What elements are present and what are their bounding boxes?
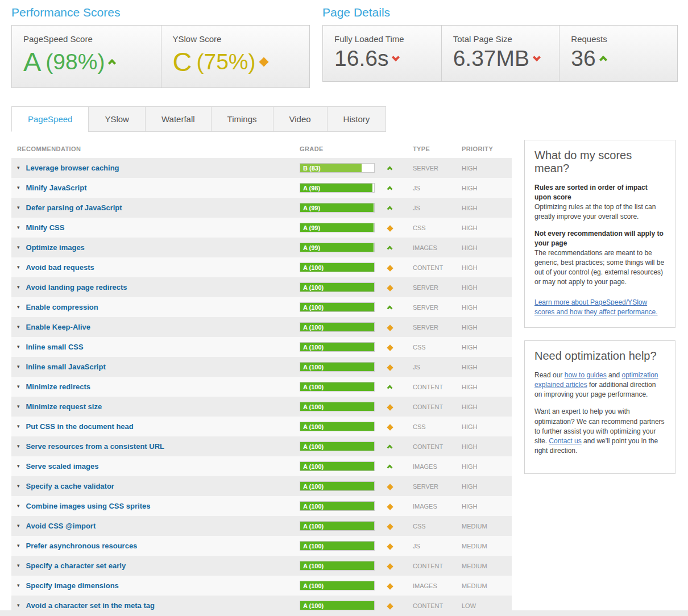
- yslow-score-metric: YSlow Score C(75%): [161, 26, 310, 88]
- tab-waterfall[interactable]: Waterfall: [145, 106, 212, 132]
- recommendations-table-body: ▾Leverage browser cachingB (83)SERVERHIG…: [11, 158, 512, 615]
- row-expand-toggle[interactable]: ▾: [17, 265, 20, 270]
- recommendation-link[interactable]: Specify a character set early: [26, 561, 126, 570]
- recommendation-link[interactable]: Specify image dimensions: [26, 581, 119, 590]
- metric-number: 6.37MB: [453, 46, 529, 71]
- row-expand-toggle[interactable]: ▾: [17, 484, 20, 489]
- recommendation-link[interactable]: Prefer asynchronous resources: [26, 542, 138, 550]
- row-expand-toggle[interactable]: ▾: [17, 245, 20, 250]
- recommendation-link[interactable]: Enable Keep-Alive: [26, 323, 90, 331]
- table-row: ▾Inline small JavaScriptA (100)JSHIGH: [11, 357, 512, 377]
- recommendation-link[interactable]: Avoid bad requests: [26, 263, 94, 272]
- grade-label: A (100): [303, 581, 324, 590]
- recommendation-link[interactable]: Minimize request size: [26, 402, 102, 411]
- type-label: CONTENT: [413, 443, 462, 450]
- recommendation-link[interactable]: Leverage browser caching: [26, 164, 119, 172]
- table-row: ▾Inline small CSSA (100)CSSHIGH: [11, 337, 512, 357]
- row-expand-toggle[interactable]: ▾: [17, 165, 20, 170]
- metric-label: Fully Loaded Time: [334, 34, 430, 44]
- row-expand-toggle[interactable]: ▾: [17, 225, 20, 230]
- grade-label: A (100): [303, 303, 324, 312]
- grade-bar: A (100): [300, 382, 375, 392]
- inline-link[interactable]: Contact us: [549, 437, 581, 445]
- tab-pagespeed[interactable]: PageSpeed: [11, 106, 89, 132]
- recommendation-link[interactable]: Defer parsing of JavaScript: [26, 203, 122, 212]
- recommendation-link[interactable]: Inline small JavaScript: [26, 363, 106, 371]
- scores-info-box: What do my scores mean? Rules are sorted…: [524, 140, 675, 328]
- row-expand-toggle[interactable]: ▾: [17, 444, 20, 449]
- table-row: ▾Minify CSSA (99)CSSHIGH: [11, 218, 512, 238]
- priority-label: MEDIUM: [462, 543, 506, 550]
- row-expand-toggle[interactable]: ▾: [17, 543, 20, 548]
- type-label: CONTENT: [413, 384, 462, 390]
- recommendation-link[interactable]: Enable compression: [26, 303, 98, 311]
- tab-history[interactable]: History: [327, 106, 387, 132]
- grade-bar: A (100): [300, 581, 375, 590]
- diamond-icon: [387, 503, 393, 510]
- type-label: IMAGES: [413, 463, 462, 470]
- row-expand-toggle[interactable]: ▾: [17, 503, 20, 509]
- type-label: CSS: [413, 523, 462, 530]
- recommendation-link[interactable]: Optimize images: [26, 243, 85, 252]
- optimization-help-box: Need optimization help? Read our how to …: [524, 340, 675, 473]
- row-expand-toggle[interactable]: ▾: [17, 305, 20, 310]
- tab-bar: PageSpeed YSlow Waterfall Timings Video …: [11, 106, 677, 132]
- yslow-score-label: YSlow Score: [173, 34, 299, 44]
- recommendation-link[interactable]: Put CSS in the document head: [26, 422, 134, 431]
- row-expand-toggle[interactable]: ▾: [17, 404, 20, 409]
- scores-info-paragraph: Rules are sorted in order of impact upon…: [534, 183, 665, 222]
- row-expand-toggle[interactable]: ▾: [17, 603, 20, 608]
- priority-label: HIGH: [462, 423, 506, 430]
- priority-label: HIGH: [462, 205, 506, 211]
- metric-label: Requests: [571, 34, 666, 44]
- recommendation-column-header: RECOMMENDATION: [17, 145, 300, 152]
- row-expand-toggle[interactable]: ▾: [17, 523, 20, 528]
- row-expand-toggle[interactable]: ▾: [17, 384, 20, 389]
- table-row: ▾Minimize redirectsA (100)CONTENTHIGH: [11, 377, 512, 397]
- row-expand-toggle[interactable]: ▾: [17, 324, 20, 330]
- chevron-up-icon: [108, 59, 116, 66]
- metric-number: 36: [571, 46, 595, 71]
- priority-label: HIGH: [462, 244, 506, 251]
- recommendation-link[interactable]: Minify JavaScript: [26, 184, 87, 192]
- row-expand-toggle[interactable]: ▾: [17, 205, 20, 210]
- tab-yslow[interactable]: YSlow: [88, 106, 146, 132]
- grade-bar: A (100): [300, 461, 375, 471]
- row-expand-toggle[interactable]: ▾: [17, 285, 20, 290]
- row-expand-toggle[interactable]: ▾: [17, 464, 20, 469]
- chevron-up-icon: [387, 444, 393, 450]
- grade-label: A (100): [303, 561, 324, 571]
- recommendation-link[interactable]: Serve scaled images: [26, 462, 99, 471]
- recommendation-link[interactable]: Serve resources from a consistent URL: [26, 442, 164, 451]
- table-row: ▾Specify image dimensionsA (100)IMAGESME…: [11, 576, 512, 596]
- recommendation-link[interactable]: Inline small CSS: [26, 343, 84, 351]
- recommendation-link[interactable]: Avoid a character set in the meta tag: [26, 601, 155, 610]
- row-expand-toggle[interactable]: ▾: [17, 563, 20, 568]
- recommendation-link[interactable]: Combine images using CSS sprites: [26, 502, 151, 510]
- recommendation-link[interactable]: Minify CSS: [26, 223, 65, 232]
- tab-timings[interactable]: Timings: [211, 106, 273, 132]
- table-row: ▾Serve scaled imagesA (100)IMAGESHIGH: [11, 456, 512, 476]
- table-row: ▾Specify a character set earlyA (100)CON…: [11, 556, 512, 576]
- inline-link[interactable]: how to guides: [565, 371, 607, 379]
- metric-value: 16.6s: [334, 46, 430, 71]
- row-expand-toggle[interactable]: ▾: [17, 424, 20, 429]
- learn-more-link[interactable]: Learn more about PageSpeed/YSlow scores …: [534, 298, 665, 317]
- grade-bar: A (98): [300, 183, 375, 193]
- recommendation-link[interactable]: Minimize redirects: [26, 382, 90, 391]
- tab-video[interactable]: Video: [273, 106, 328, 132]
- table-row: ▾Enable Keep-AliveA (100)SERVERHIGH: [11, 317, 512, 337]
- pagespeed-score-metric: PageSpeed Score A(98%): [12, 26, 161, 88]
- row-expand-toggle[interactable]: ▾: [17, 364, 20, 369]
- row-expand-toggle[interactable]: ▾: [17, 344, 20, 349]
- summary-section: Performance Scores PageSpeed Score A(98%…: [11, 5, 677, 88]
- recommendation-link[interactable]: Avoid landing page redirects: [26, 283, 127, 292]
- recommendation-link[interactable]: Specify a cache validator: [26, 482, 114, 490]
- row-expand-toggle[interactable]: ▾: [17, 185, 20, 190]
- recommendation-link[interactable]: Avoid CSS @import: [26, 522, 96, 530]
- grade-label: A (100): [303, 442, 324, 451]
- diamond-icon: [387, 543, 393, 550]
- row-expand-toggle[interactable]: ▾: [17, 583, 20, 588]
- type-label: SERVER: [413, 284, 462, 291]
- type-label: JS: [413, 543, 462, 550]
